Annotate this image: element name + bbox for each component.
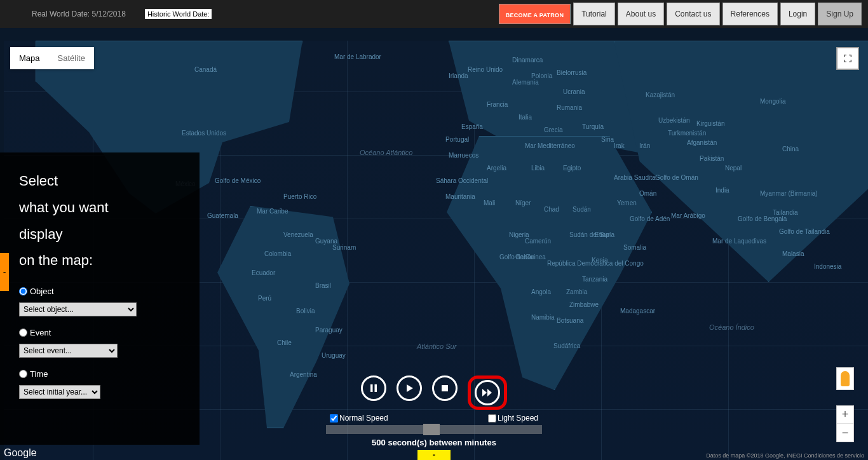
ocean-label: Océano Índico xyxy=(709,323,754,331)
svg-marker-2 xyxy=(407,384,413,392)
map-type-toggle: Mapa Satélite xyxy=(10,47,94,69)
map-attribution: Datos de mapa ©2018 Google, INEGI Condic… xyxy=(706,452,864,459)
become-patron-button[interactable]: BECOME A PATRON xyxy=(499,4,571,24)
pegman-icon xyxy=(841,371,850,386)
svg-marker-4 xyxy=(482,389,487,396)
real-world-date: Real World Date: 5/12/2018 xyxy=(32,10,126,18)
nav-right: BECOME A PATRON Tutorial About us Contac… xyxy=(499,3,862,25)
country-label: Madagascar xyxy=(620,308,655,315)
login-button[interactable]: Login xyxy=(780,3,815,25)
fast-forward-highlight xyxy=(468,375,507,410)
interval-label: 500 second(s) between minutes xyxy=(326,438,542,447)
country-label: Mar de Labrador xyxy=(334,53,381,60)
svg-rect-1 xyxy=(375,384,377,392)
svg-rect-0 xyxy=(370,384,373,392)
object-radio-label[interactable]: Object xyxy=(19,287,180,296)
ocean-label: Atlántico Sur xyxy=(417,342,456,350)
fast-forward-button[interactable] xyxy=(475,380,500,405)
country-label: Indonesia xyxy=(814,263,841,270)
normal-speed-checkbox[interactable]: Normal Speed xyxy=(330,414,388,423)
top-bar: Real World Date: 5/12/2018 Historic Worl… xyxy=(0,0,868,28)
light-speed-checkbox[interactable]: Light Speed xyxy=(488,414,538,423)
event-radio-label[interactable]: Event xyxy=(19,328,180,337)
country-label: Golfo de México xyxy=(215,177,261,184)
svg-rect-3 xyxy=(442,385,448,391)
timeline-marker[interactable]: - xyxy=(417,450,451,460)
ocean-label: Océano Atlántico xyxy=(360,149,412,156)
landmass-asia xyxy=(614,41,868,282)
zoom-control: + − xyxy=(836,405,854,442)
time-radio-label[interactable]: Time xyxy=(19,369,180,379)
zoom-out-button[interactable]: − xyxy=(837,424,853,442)
play-button[interactable] xyxy=(397,375,422,401)
contact-button[interactable]: Contact us xyxy=(667,3,719,25)
pause-button[interactable] xyxy=(361,375,386,401)
panel-title: Select what you want display on the map: xyxy=(19,168,180,274)
signup-button[interactable]: Sign Up xyxy=(818,3,862,25)
object-radio[interactable] xyxy=(19,287,27,295)
tutorial-button[interactable]: Tutorial xyxy=(573,3,615,25)
time-select[interactable]: Select initial year... xyxy=(19,385,100,399)
object-select[interactable]: Select object... xyxy=(19,302,137,316)
time-radio[interactable] xyxy=(19,370,27,378)
google-logo: Google xyxy=(4,447,37,459)
about-button[interactable]: About us xyxy=(618,3,664,25)
historic-world-date[interactable]: Historic World Date: xyxy=(145,9,212,19)
speed-slider[interactable] xyxy=(326,425,542,434)
country-label: Puerto Rico xyxy=(283,193,316,200)
collapse-panel-button[interactable]: - xyxy=(0,253,9,291)
svg-marker-5 xyxy=(487,389,492,396)
fullscreen-button[interactable] xyxy=(836,47,859,70)
zoom-in-button[interactable]: + xyxy=(837,406,853,424)
map-tab-mapa[interactable]: Mapa xyxy=(10,47,49,69)
country-label: Uruguay xyxy=(322,352,346,359)
event-radio[interactable] xyxy=(19,328,27,337)
event-select[interactable]: Select event... xyxy=(19,344,118,358)
streetview-pegman[interactable] xyxy=(836,367,854,390)
stop-button[interactable] xyxy=(432,375,458,401)
country-label: Portugal xyxy=(445,136,469,143)
playback-controls: Normal Speed Light Speed 500 second(s) b… xyxy=(326,375,542,447)
references-button[interactable]: References xyxy=(722,3,778,25)
filter-panel: Select what you want display on the map:… xyxy=(0,152,200,445)
landmass-africa xyxy=(436,136,652,390)
map-tab-satelite[interactable]: Satélite xyxy=(49,47,94,69)
slider-thumb[interactable] xyxy=(423,424,440,435)
